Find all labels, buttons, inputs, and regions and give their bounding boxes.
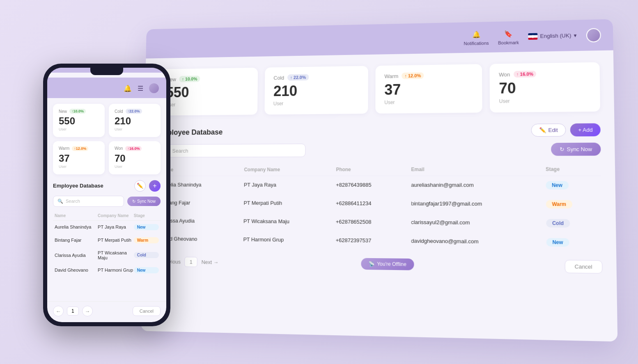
phone-sync-button[interactable]: ↻ Sync Now <box>127 197 161 206</box>
col-header-phone: Phone <box>331 163 406 176</box>
table-row: Aurelia Shanindya PT Jaya Raya +82876439… <box>156 176 601 195</box>
phone-bell-icon[interactable]: 🔔 <box>124 85 132 92</box>
cell-stage: New <box>540 176 601 195</box>
cancel-button[interactable]: Cancel <box>565 260 602 273</box>
phone-table-row: David Gheovano PT Harmoni Grup New <box>53 264 161 277</box>
stat-sub-won: User <box>499 97 591 104</box>
table-header-row: Name Company Name Phone Email Stage <box>156 163 601 176</box>
phone-cell-name: Aurelia Shanindya <box>55 224 98 229</box>
edit-button[interactable]: ✏️ Edit <box>531 124 566 137</box>
phone-cell-company: PT Jaya Raya <box>98 224 134 229</box>
edit-icon: ✏️ <box>539 127 546 133</box>
bookmark-label: Bookmark <box>498 40 519 45</box>
header-buttons: ✏️ Edit + Add <box>531 123 601 137</box>
search-placeholder: Search <box>172 148 188 154</box>
phone-search-box[interactable]: 🔍 Search <box>53 196 124 207</box>
stats-row: New ↑ 10.0% 550 User Cold ↑ 22.0% 210 Us… <box>157 62 600 115</box>
phone-search-icon: 🔍 <box>57 199 63 204</box>
phone-page-number: 1 <box>67 307 79 316</box>
phone-cell-stage: Warm <box>134 237 159 243</box>
cell-company: PT Wicaksana Maju <box>239 212 331 231</box>
phone-cancel-button[interactable]: Cancel <box>133 306 161 316</box>
cell-phone: +82876439885 <box>331 176 406 194</box>
language-label: English (UK) <box>540 32 571 39</box>
stat-label-cold: Cold <box>273 75 284 81</box>
phone-search-row: 🔍 Search ↻ Sync Now <box>53 196 161 207</box>
phone-stat-cold: Cold ↑22.0% 210 User <box>109 104 161 137</box>
stat-sub-new: User <box>166 101 249 108</box>
stat-label-warm: Warm <box>384 73 398 79</box>
phone-col-stage: Stage <box>134 213 159 218</box>
stat-label-won: Won <box>499 71 510 78</box>
phone-content: New ↑10.0% 550 User Cold ↑22.0% 210 User <box>47 98 166 301</box>
notifications-button[interactable]: 🔔 Notifications <box>464 29 489 46</box>
add-button[interactable]: + Add <box>570 123 601 136</box>
table-row: Bintang Fajar PT Merpati Putih +62886411… <box>155 194 601 214</box>
phone-col-name: Name <box>55 213 98 218</box>
bell-icon: 🔔 <box>471 29 482 40</box>
phone-cell-company: PT Wicaksana Maju <box>98 250 134 260</box>
employee-table: Name Company Name Phone Email Stage Aure… <box>155 163 602 252</box>
phone-cell-stage: Cold <box>134 252 159 258</box>
phone-table-row: Aurelia Shanindya PT Jaya Raya New <box>53 221 161 234</box>
sync-button[interactable]: ↻ Sync Now <box>551 142 601 156</box>
phone-menu-icon[interactable]: ☰ <box>138 85 143 92</box>
col-header-email: Email <box>406 163 540 176</box>
phone-btn-group: ✏️ + <box>134 180 161 192</box>
search-box[interactable]: 🔍 Search <box>156 144 306 158</box>
phone-cell-name: Bintang Fajar <box>55 238 98 243</box>
cell-company: PT Merpati Putih <box>239 194 331 212</box>
phone-sync-label: Sync Now <box>137 199 156 204</box>
phone-next-button[interactable]: → <box>82 306 93 316</box>
cell-company: PT Harmoni Grup <box>239 230 331 250</box>
cell-phone: +62878652508 <box>331 213 406 231</box>
phone-cell-stage: New <box>134 224 159 230</box>
next-button[interactable]: Next → <box>202 259 219 265</box>
col-header-stage: Stage <box>540 163 601 175</box>
phone-cell-company: PT Harmoni Grup <box>98 268 134 272</box>
phone-table-body: Aurelia Shanindya PT Jaya Raya New Binta… <box>53 221 161 277</box>
desktop-app-card: 🔔 Notifications 🔖 Bookmark English (UK) … <box>141 19 617 342</box>
stat-value-warm: 37 <box>384 80 473 98</box>
cell-phone: +62872397537 <box>331 231 406 250</box>
stat-card-warm: Warm ↑ 12.0% 37 User <box>375 64 482 113</box>
phone-table-row: Clarissa Ayudia PT Wicaksana Maju Cold <box>53 247 161 264</box>
cell-email: aureliashanin@gmail.com <box>406 176 541 195</box>
table-row: David Gheovano PT Harmoni Grup +62872397… <box>155 230 602 252</box>
bookmark-icon: 🔖 <box>503 28 514 39</box>
offline-label: You're Offline <box>377 261 406 267</box>
phone-add-button[interactable]: + <box>149 180 161 192</box>
stat-value-won: 70 <box>499 79 590 96</box>
phone-stat-new: New ↑10.0% 550 User <box>53 104 105 137</box>
stat-card-won: Won ↑ 16.0% 70 User <box>489 62 600 112</box>
table-footer: ← Previous 1 Next → 📡 You're Offline Can… <box>154 255 602 274</box>
section-header: Employee Database ✏️ Edit + Add <box>157 123 601 139</box>
stat-badge-new: ↑ 10.0% <box>179 76 200 82</box>
stat-card-new: New ↑ 10.0% 550 User <box>157 68 258 115</box>
sync-label: Sync Now <box>567 146 592 152</box>
phone-cell-stage: New <box>134 267 159 273</box>
phone-avatar[interactable] <box>149 83 159 93</box>
phone-footer: ← 1 → Cancel <box>47 301 166 322</box>
language-selector[interactable]: English (UK) ▾ <box>528 32 577 39</box>
phone-stat-warm: Warm ↑12.0% 37 User <box>53 141 105 174</box>
stat-value-cold: 210 <box>273 82 359 99</box>
phone-outer: 🔔 ☰ New ↑10.0% 550 User <box>43 64 170 326</box>
chevron-down-icon: ▾ <box>574 32 577 39</box>
phone-section-header: Employee Database ✏️ + <box>53 180 161 192</box>
phone-prev-button[interactable]: ← <box>53 306 64 316</box>
offline-icon: 📡 <box>368 261 374 267</box>
offline-badge: 📡 You're Offline <box>361 258 414 270</box>
phone-table-row: Bintang Fajar PT Merpati Putih Warm <box>53 234 161 247</box>
bookmark-button[interactable]: 🔖 Bookmark <box>498 28 519 45</box>
stat-badge-cold: ↑ 22.0% <box>287 74 309 80</box>
notifications-label: Notifications <box>464 40 489 46</box>
phone-edit-button[interactable]: ✏️ <box>134 180 146 192</box>
page-number: 1 <box>184 256 197 267</box>
phone-cell-company: PT Merpati Putih <box>98 238 134 243</box>
flag-icon <box>528 33 537 39</box>
user-avatar[interactable] <box>586 28 601 42</box>
phone-stats: New ↑10.0% 550 User Cold ↑22.0% 210 User <box>53 104 161 174</box>
cell-phone: +62886411234 <box>331 194 406 213</box>
search-row: 🔍 Search ↻ Sync Now <box>156 142 601 157</box>
